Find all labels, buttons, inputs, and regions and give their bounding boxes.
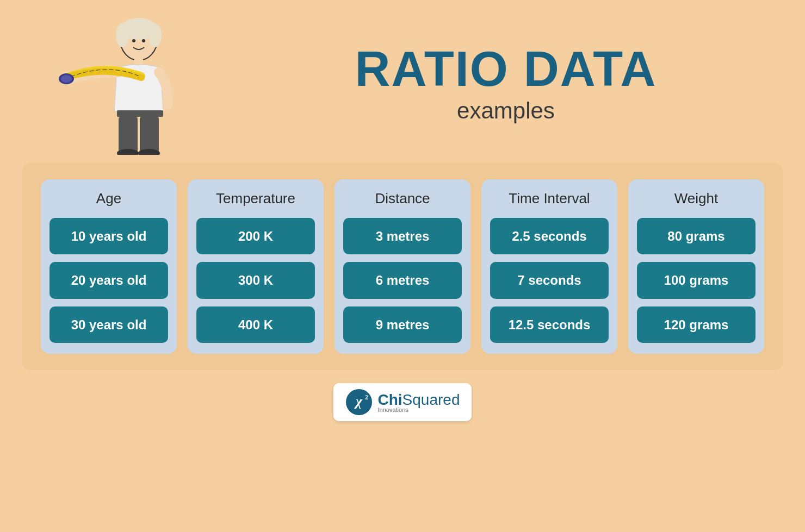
svg-point-13 <box>61 75 72 83</box>
title-block: RATIO DATA examples <box>218 45 772 124</box>
data-cell-3-1: 7 seconds <box>490 262 609 298</box>
data-cell-2-2: 9 metres <box>343 306 462 343</box>
data-cell-2-1: 6 metres <box>343 262 462 298</box>
data-cell-2-0: 3 metres <box>343 218 462 254</box>
footer-section: χ 2 ChiSquared Innovations <box>0 370 805 427</box>
col-card-4: Weight80 grams100 grams120 grams <box>628 179 764 354</box>
data-cell-1-2: 400 K <box>196 306 315 343</box>
svg-text:χ: χ <box>354 393 362 409</box>
data-cell-0-2: 30 years old <box>49 306 168 343</box>
logo-box: χ 2 ChiSquared Innovations <box>333 383 472 421</box>
col-header-3: Time Interval <box>509 190 590 207</box>
data-cell-1-1: 300 K <box>196 262 315 298</box>
logo-chi: Chi <box>378 391 403 409</box>
svg-rect-8 <box>119 117 138 152</box>
person-illustration <box>33 14 218 155</box>
logo-squared: Squared <box>403 391 460 409</box>
col-header-2: Distance <box>375 190 430 207</box>
col-card-1: Temperature200 K300 K400 K <box>188 179 324 354</box>
data-cell-4-0: 80 grams <box>637 218 756 254</box>
page-title: RATIO DATA <box>239 45 772 93</box>
svg-text:2: 2 <box>365 393 368 401</box>
svg-point-4 <box>132 39 135 42</box>
data-cell-0-0: 10 years old <box>49 218 168 254</box>
col-card-2: Distance3 metres6 metres9 metres <box>335 179 470 354</box>
svg-rect-9 <box>140 117 159 152</box>
logo-icon: χ 2 <box>345 389 373 416</box>
data-cell-4-2: 120 grams <box>637 306 756 343</box>
page-subtitle: examples <box>239 98 772 124</box>
data-cell-3-0: 2.5 seconds <box>490 218 609 254</box>
col-header-4: Weight <box>674 190 718 207</box>
col-card-0: Age10 years old20 years old30 years old <box>41 179 177 354</box>
col-header-1: Temperature <box>216 190 295 207</box>
svg-rect-7 <box>117 110 163 117</box>
top-section: RATIO DATA examples <box>0 0 805 163</box>
col-card-3: Time Interval2.5 seconds7 seconds12.5 se… <box>481 179 617 354</box>
main-columns-section: Age10 years old20 years old30 years oldT… <box>22 163 783 370</box>
svg-point-5 <box>142 39 145 42</box>
data-cell-3-2: 12.5 seconds <box>490 306 609 343</box>
logo-text-block: ChiSquared Innovations <box>378 391 460 413</box>
data-cell-1-0: 200 K <box>196 218 315 254</box>
svg-point-2 <box>116 23 129 47</box>
svg-point-3 <box>148 23 162 47</box>
svg-point-14 <box>162 101 173 109</box>
data-cell-4-1: 100 grams <box>637 262 756 298</box>
col-header-0: Age <box>96 190 121 207</box>
data-cell-0-1: 20 years old <box>49 262 168 298</box>
